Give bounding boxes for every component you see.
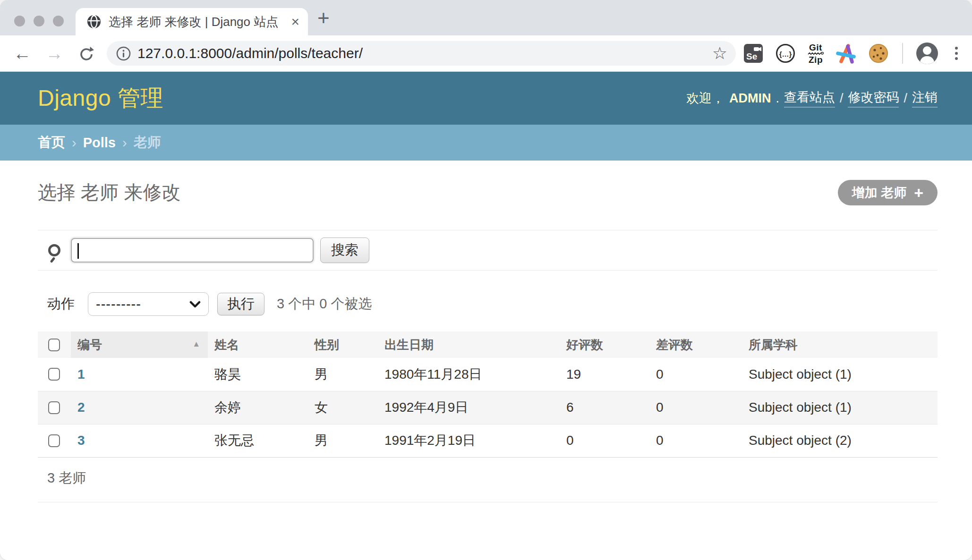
cell-birthdate: 1980年11月28日 [378, 358, 560, 391]
browser-tab[interactable]: 选择 老师 来修改 | Django 站点管理员 × [76, 8, 308, 35]
search-input[interactable] [71, 238, 314, 263]
actions-row: 动作 --------- 执行 3 个中 0 个被选 [38, 292, 938, 316]
tab-strip: 选择 老师 来修改 | Django 站点管理员 × + [0, 0, 972, 35]
row-id-link[interactable]: 1 [77, 367, 85, 382]
cell-gender: 女 [308, 391, 378, 424]
site-branding-link[interactable]: Django 管理 [38, 83, 163, 113]
column-header-id[interactable]: 编号 ▲ [71, 331, 208, 358]
admin-header: Django 管理 欢迎， ADMIN. 查看站点 / 修改密码 / 注销 [0, 72, 972, 125]
profile-avatar[interactable] [916, 42, 938, 64]
column-header-name[interactable]: 姓名 [208, 331, 308, 358]
window-close-button[interactable] [14, 16, 25, 26]
page-title: 选择 老师 来修改 [38, 179, 180, 205]
axe-extension-icon[interactable] [836, 43, 856, 64]
sort-ascending-icon: ▲ [192, 339, 200, 349]
text-caret [77, 243, 79, 259]
selection-counter: 3 个中 0 个被选 [277, 295, 372, 314]
search-button[interactable]: 搜索 [320, 238, 369, 263]
cell-likes: 6 [560, 391, 649, 424]
plus-icon: + [914, 185, 923, 201]
window-minimize-button[interactable] [34, 16, 44, 26]
view-site-link[interactable]: 查看站点 [784, 89, 835, 108]
search-icon [48, 244, 60, 256]
breadcrumb-home-link[interactable]: 首页 [38, 133, 65, 152]
window-zoom-button[interactable] [53, 16, 64, 26]
cell-subject: Subject object (1) [742, 391, 938, 424]
gitzip-extension-icon[interactable]: Git Zip [808, 43, 824, 64]
window-controls [14, 16, 64, 26]
result-count: 3 老师 [38, 458, 938, 502]
actions-label: 动作 [47, 295, 75, 314]
tab-title: 选择 老师 来修改 | Django 站点管理员 [109, 14, 278, 30]
add-teacher-button[interactable]: 增加 老师 + [838, 180, 938, 205]
column-header-likes[interactable]: 好评数 [560, 331, 649, 358]
breadcrumb: 首页 › Polls › 老师 [0, 125, 972, 161]
extension-area: Se {…} Git Zip [743, 42, 961, 64]
toolbar-divider [902, 43, 903, 64]
teacher-table: 编号 ▲ 姓名 性别 出生日期 好评数 差评数 所属学科 1骆昊男1980年11… [38, 331, 938, 458]
cell-subject: Subject object (2) [742, 424, 938, 457]
select-all-checkbox[interactable] [48, 339, 60, 351]
table-row: 3张无忌男1991年2月19日00Subject object (2) [38, 424, 938, 457]
browser-menu-icon[interactable] [952, 47, 961, 60]
column-header-dislikes[interactable]: 差评数 [649, 331, 742, 358]
welcome-text: 欢迎， [686, 90, 725, 107]
json-viewer-extension-icon[interactable]: {…} [776, 43, 795, 63]
column-header-subject[interactable]: 所属学科 [742, 331, 938, 358]
change-password-link[interactable]: 修改密码 [848, 89, 899, 108]
svg-text:{…}: {…} [779, 50, 792, 58]
search-bar: 搜索 [38, 230, 938, 271]
forward-icon[interactable]: → [43, 43, 65, 64]
browser-window: 选择 老师 来修改 | Django 站点管理员 × + ← → 127.0.0… [0, 0, 972, 560]
breadcrumb-app-link[interactable]: Polls [83, 135, 116, 151]
cell-birthdate: 1991年2月19日 [378, 424, 560, 457]
selenium-extension-icon[interactable]: Se [743, 43, 763, 63]
cell-name: 张无忌 [208, 424, 308, 457]
table-row: 2余婷女1992年4月9日60Subject object (1) [38, 391, 938, 424]
row-checkbox[interactable] [48, 401, 60, 414]
bookmark-star-icon[interactable]: ☆ [712, 43, 727, 63]
new-tab-button[interactable]: + [317, 8, 330, 27]
main-content: 选择 老师 来修改 增加 老师 + 搜索 动作 --------- 执行 3 个… [0, 179, 972, 502]
reload-icon[interactable] [76, 43, 97, 64]
cell-dislikes: 0 [649, 391, 742, 424]
table-row: 1骆昊男1980年11月28日190Subject object (1) [38, 358, 938, 391]
cell-gender: 男 [308, 424, 378, 457]
row-id-link[interactable]: 3 [77, 433, 85, 448]
cell-name: 余婷 [208, 391, 308, 424]
username: ADMIN [729, 91, 771, 106]
teacher-table-body: 1骆昊男1980年11月28日190Subject object (1)2余婷女… [38, 358, 938, 457]
svg-text:Se: Se [746, 51, 757, 61]
cell-likes: 0 [560, 424, 649, 457]
cell-birthdate: 1992年4月9日 [378, 391, 560, 424]
site-info-icon[interactable] [116, 46, 131, 61]
url-text[interactable]: 127.0.0.1:8000/admin/polls/teacher/ [137, 45, 707, 61]
action-select[interactable]: --------- [88, 292, 209, 316]
table-header-row: 编号 ▲ 姓名 性别 出生日期 好评数 差评数 所属学科 [38, 331, 938, 358]
user-tools: 欢迎， ADMIN. 查看站点 / 修改密码 / 注销 [686, 89, 938, 108]
column-header-birthdate[interactable]: 出生日期 [378, 331, 560, 358]
back-icon[interactable]: ← [11, 43, 33, 64]
cell-subject: Subject object (1) [742, 358, 938, 391]
cell-likes: 19 [560, 358, 649, 391]
cell-name: 骆昊 [208, 358, 308, 391]
row-checkbox[interactable] [48, 368, 60, 381]
go-button[interactable]: 执行 [217, 293, 264, 315]
cookie-extension-icon[interactable] [868, 43, 889, 64]
browser-toolbar: ← → 127.0.0.1:8000/admin/polls/teacher/ … [0, 35, 972, 72]
tab-close-icon[interactable]: × [291, 15, 299, 29]
globe-favicon-icon [87, 15, 101, 29]
row-checkbox[interactable] [48, 434, 60, 447]
cell-dislikes: 0 [649, 358, 742, 391]
logout-link[interactable]: 注销 [912, 89, 938, 108]
breadcrumb-current: 老师 [134, 133, 161, 152]
row-id-link[interactable]: 2 [77, 400, 85, 415]
column-header-gender[interactable]: 性别 [308, 331, 378, 358]
chevron-down-icon [189, 301, 201, 308]
cell-dislikes: 0 [649, 424, 742, 457]
cell-gender: 男 [308, 358, 378, 391]
address-bar[interactable]: 127.0.0.1:8000/admin/polls/teacher/ ☆ [107, 41, 736, 66]
